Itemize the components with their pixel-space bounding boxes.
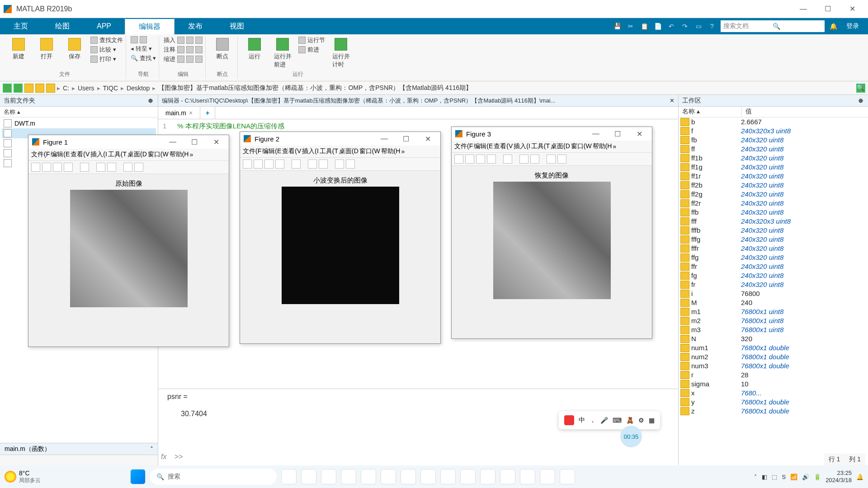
ime-settings-icon[interactable]: ⚙ [638, 417, 644, 424]
workspace-var[interactable]: y76800x1 double [679, 398, 868, 407]
crumb-3[interactable]: Desktop [126, 84, 151, 92]
ime-sticker-icon[interactable]: 🧸 [626, 417, 634, 424]
maximize-button[interactable]: ☐ [816, 0, 840, 18]
insert-button[interactable]: 插入 [164, 36, 203, 44]
menu-file[interactable]: 文件(F [454, 142, 473, 150]
workspace-var[interactable]: ffr240x320 uint8 [679, 262, 868, 271]
menu-tools[interactable]: 工具(T [108, 150, 127, 159]
tb-open-icon[interactable] [254, 160, 263, 169]
copy-icon[interactable]: 📋 [639, 21, 649, 31]
gear-icon[interactable] [857, 97, 864, 104]
workspace-var[interactable]: fffb240x320 uint8 [679, 226, 868, 235]
taskbar-app-icon[interactable] [440, 469, 456, 484]
workspace-var[interactable]: fffr240x320 uint8 [679, 244, 868, 253]
tb-cursor-icon[interactable] [335, 160, 344, 169]
fig-close-button[interactable]: ✕ [419, 135, 437, 143]
tray-volume-icon[interactable]: 🔊 [802, 474, 809, 480]
doc-search[interactable]: 搜索文档 🔍 [721, 20, 825, 32]
taskbar-app-icon[interactable] [281, 469, 297, 484]
workspace-var[interactable]: m376800x1 uint8 [679, 325, 868, 334]
fig-maximize-button[interactable]: ☐ [397, 135, 415, 143]
workspace-var[interactable]: fg240x320 uint8 [679, 271, 868, 280]
editor-tab-main[interactable]: main.m× [158, 107, 200, 119]
gear-icon[interactable] [147, 97, 154, 104]
tb-tile2-icon[interactable] [530, 155, 539, 164]
paste-icon[interactable]: 📄 [653, 21, 663, 31]
ime-lang[interactable]: 中 [579, 416, 585, 424]
workspace-var[interactable]: num176800x1 double [679, 343, 868, 352]
workspace-var[interactable]: num376800x1 double [679, 361, 868, 371]
taskbar-search[interactable]: 🔍搜索 [150, 469, 277, 485]
crumb-1[interactable]: Users [77, 84, 95, 92]
taskbar-app-icon[interactable] [361, 469, 376, 484]
back-button[interactable] [131, 36, 156, 43]
tb-save-icon[interactable] [264, 160, 274, 169]
workspace-var[interactable]: f240x320x3 uint8 [679, 127, 868, 136]
menu-edit[interactable]: 编辑(E [51, 150, 70, 159]
addr-back-icon[interactable] [3, 84, 12, 93]
workspace-var[interactable]: fr240x320 uint8 [679, 280, 868, 289]
tb-link-icon[interactable] [292, 160, 301, 169]
tb-edit-icon[interactable] [557, 155, 566, 164]
menu-desktop[interactable]: 桌面(D [127, 150, 147, 159]
start-button[interactable] [130, 469, 146, 484]
figure-3[interactable]: Figure 3 —☐✕ 文件(F 编辑(E 查看(V 插入(I 工具(T 桌面… [451, 127, 652, 339]
record-timer[interactable]: 00:35 [620, 426, 642, 447]
menu-view[interactable]: 查看(V [494, 142, 513, 150]
tab-close-icon[interactable]: × [189, 109, 193, 117]
taskbar-clock[interactable]: 23:25 2024/3/18 [826, 469, 852, 483]
open-button[interactable]: 打开 [34, 36, 59, 61]
workspace-var[interactable]: fff240x320x3 uint8 [679, 217, 868, 226]
workspace-var[interactable]: num276800x1 double [679, 352, 868, 361]
taskbar-app-icon[interactable] [460, 469, 476, 484]
tray-ime-icon[interactable]: S [782, 474, 786, 480]
compare-button[interactable]: 比较 ▾ [90, 46, 123, 54]
workspace-var[interactable]: fffg240x320 uint8 [679, 235, 868, 244]
tb-save-icon[interactable] [476, 155, 485, 164]
ime-keyboard-icon[interactable]: ⌨ [613, 417, 622, 424]
menu-edit[interactable]: 编辑(E [262, 147, 281, 155]
tab-home[interactable]: 主页 [0, 18, 42, 34]
taskbar-app-icon[interactable] [500, 469, 515, 484]
layout-icon[interactable]: ▭ [693, 21, 703, 31]
workspace-var[interactable]: ff2g240x320 uint8 [679, 190, 868, 199]
taskbar-app-icon[interactable] [381, 469, 396, 484]
taskbar-app-icon[interactable] [420, 469, 436, 484]
tb-tile-icon[interactable] [519, 155, 528, 164]
login-link[interactable]: 登录 [842, 22, 863, 30]
fig-close-button[interactable]: ✕ [630, 130, 648, 138]
tray-battery-icon[interactable]: 🔋 [814, 474, 821, 480]
tb-open-icon[interactable] [42, 163, 51, 172]
runsection-button[interactable]: 运行节 [298, 36, 325, 44]
ime-grid-icon[interactable]: ▦ [649, 417, 655, 424]
tab-apps[interactable]: APP [83, 18, 125, 34]
tb-edit-icon[interactable] [346, 160, 355, 169]
tab-editor[interactable]: 编辑器 [125, 18, 175, 34]
figure-2[interactable]: Figure 2 —☐✕ 文件(F 编辑(E 查看(V 插入(I 工具(T 桌面… [240, 131, 441, 344]
menu-more[interactable]: » [189, 151, 193, 158]
taskbar-app-icon[interactable] [520, 469, 535, 484]
workspace-var[interactable]: i76800 [679, 289, 868, 298]
menu-insert[interactable]: 插入(I [514, 142, 530, 150]
tray-wifi-icon[interactable]: 📶 [790, 474, 797, 480]
indent-button[interactable]: 缩进 [164, 55, 203, 63]
figure-1[interactable]: Figure 1 —☐✕ 文件(F 编辑(E 查看(V 插入(I 工具(T 桌面… [28, 135, 229, 347]
addr-browse-icon[interactable] [35, 84, 44, 93]
tb-tile-icon[interactable] [96, 163, 105, 172]
tb-tile2-icon[interactable] [107, 163, 116, 172]
menu-tools[interactable]: 工具(T [320, 147, 338, 155]
tb-cursor-icon[interactable] [123, 163, 132, 172]
run-button[interactable]: 运行 [242, 36, 267, 61]
comment-button[interactable]: 注释 [164, 46, 203, 54]
breakpoints-button[interactable]: 断点 [210, 36, 235, 61]
workspace-var[interactable]: ff1r240x320 uint8 [679, 172, 868, 181]
taskbar-app-icon[interactable] [401, 469, 416, 484]
print-button[interactable]: 打印 ▾ [90, 55, 123, 63]
menu-insert[interactable]: 插入(I [90, 150, 107, 159]
menu-window[interactable]: 窗口(W [571, 142, 592, 150]
goto-button[interactable]: ◂ 转至 ▾ [131, 45, 156, 53]
workspace-var[interactable]: N320 [679, 334, 868, 343]
addr-search-icon[interactable]: 🔍 [856, 84, 865, 93]
cut-icon[interactable]: ✂ [626, 21, 636, 31]
tb-open-icon[interactable] [465, 155, 474, 164]
